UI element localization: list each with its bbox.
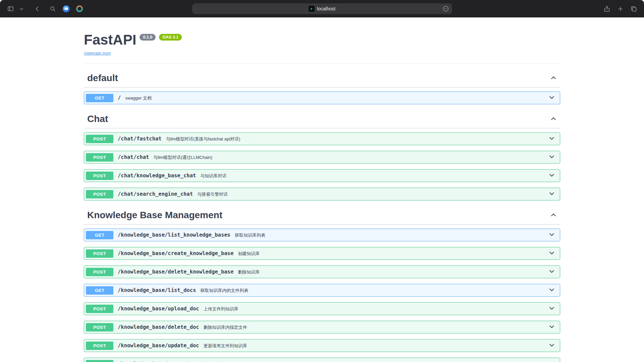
endpoint-path: /knowledge_base/delete_knowledge_base <box>118 269 233 275</box>
section-collapse-button[interactable] <box>550 212 557 219</box>
endpoint-summary: 根据content中文档重建向量库，流式输出处理进度。 <box>238 361 339 362</box>
chevron-down-icon <box>548 305 555 313</box>
endpoint-row[interactable]: POST /knowledge_base/update_doc 更新现有文件到知… <box>84 339 560 352</box>
expand-operation-button[interactable] <box>548 323 555 331</box>
search-button[interactable] <box>47 4 58 14</box>
endpoint-summary: 更新现有文件到知识库 <box>204 342 247 349</box>
expand-operation-button[interactable] <box>548 287 555 294</box>
endpoint-row[interactable]: POST /knowledge_base/create_knowledge_ba… <box>84 247 560 260</box>
method-badge: GET <box>86 286 113 295</box>
extension-button-ring[interactable] <box>74 4 85 14</box>
section-title: default <box>87 72 118 84</box>
endpoint-row[interactable]: GET / swagger 文档 <box>84 92 560 104</box>
tab-overview-button[interactable] <box>628 4 639 14</box>
endpoint-summary: 获取知识库列表 <box>235 232 265 238</box>
section-header[interactable]: Chat <box>84 110 560 128</box>
endpoint-path: /knowledge_base/delete_doc <box>118 324 199 330</box>
section-collapse-button[interactable] <box>550 115 557 123</box>
sidebar-toggle-button[interactable] <box>5 4 16 14</box>
ring-app-icon <box>76 5 83 12</box>
tab-overview-icon <box>630 5 637 12</box>
endpoint-summary: 与llm模型对话(通过LLMChain) <box>153 154 212 161</box>
expand-operation-button[interactable] <box>548 231 555 239</box>
swagger-page: FastAPI 0.1.0 OAS 3.1 /openapi.json defa… <box>0 17 644 362</box>
method-badge: GET <box>86 231 113 239</box>
section-title: Chat <box>87 113 108 125</box>
chevron-up-icon <box>550 74 557 82</box>
endpoint-row[interactable]: POST /knowledge_base/delete_knowledge_ba… <box>84 265 560 278</box>
endpoint-row[interactable]: POST /chat/fastchat 与llm模型对话(直接与fastchat… <box>84 132 560 145</box>
endpoint-summary: 创建知识库 <box>238 250 260 257</box>
chevron-down-icon <box>548 287 555 294</box>
endpoint-path: /chat/search_engine_chat <box>118 191 193 197</box>
chevron-left-icon <box>34 5 41 12</box>
endpoint-path: / <box>118 95 121 101</box>
address-bar[interactable]: localhost <box>192 3 452 14</box>
method-badge: POST <box>86 268 113 276</box>
method-badge: POST <box>86 249 113 258</box>
toolbar-right-group <box>452 4 640 14</box>
endpoint-summary: 与知识库对话 <box>200 172 226 179</box>
endpoint-summary: swagger 文档 <box>125 95 152 101</box>
expand-operation-button[interactable] <box>548 154 555 161</box>
chevron-down-icon <box>548 172 555 180</box>
api-section: default GET / swagger 文档 <box>84 69 560 104</box>
endpoint-row[interactable]: POST /chat/chat 与llm模型对话(通过LLMChain) <box>84 151 560 164</box>
expand-operation-button[interactable] <box>548 342 555 350</box>
blue-app-icon <box>63 5 70 12</box>
method-badge: POST <box>86 305 113 313</box>
endpoint-path: /chat/knowledge_base_chat <box>118 173 196 179</box>
share-button[interactable] <box>601 4 612 14</box>
endpoint-row[interactable]: GET /knowledge_base/list_docs 获取知识库内的文件列… <box>84 284 560 297</box>
expand-operation-button[interactable] <box>548 250 555 257</box>
method-badge: POST <box>86 190 113 198</box>
endpoint-row[interactable]: POST /knowledge_base/upload_doc 上传文件到知识库 <box>84 302 560 315</box>
chevron-down-icon <box>548 342 555 350</box>
method-badge: POST <box>86 153 113 162</box>
section-title: Knowledge Base Management <box>87 209 222 221</box>
endpoint-path: /knowledge_base/upload_doc <box>118 306 199 312</box>
expand-operation-button[interactable] <box>548 305 555 313</box>
section-header[interactable]: Knowledge Base Management <box>84 206 560 225</box>
expand-operation-button[interactable] <box>548 190 555 198</box>
endpoint-row[interactable]: POST /chat/search_engine_chat 与搜索引擎对话 <box>84 188 560 200</box>
endpoint-row[interactable]: POST /chat/knowledge_base_chat 与知识库对话 <box>84 169 560 182</box>
chevron-down-icon <box>548 231 555 239</box>
page-settings-button[interactable] <box>442 5 449 12</box>
chevron-down-icon <box>548 323 555 331</box>
api-sections: default GET / swagger 文档 Chat POST /chat… <box>84 69 560 362</box>
endpoint-summary: 与搜索引擎对话 <box>197 191 228 197</box>
method-badge: POST <box>86 360 113 362</box>
endpoint-summary: 上传文件到知识库 <box>204 305 238 312</box>
expand-operation-button[interactable] <box>548 268 555 276</box>
expand-operation-button[interactable] <box>548 135 555 143</box>
endpoint-row[interactable]: POST /knowledge_base/recreate_vector_sto… <box>84 358 560 362</box>
method-badge: POST <box>86 135 113 143</box>
section-collapse-button[interactable] <box>550 74 557 82</box>
endpoint-path: /knowledge_base/list_knowledge_bases <box>118 232 230 238</box>
extension-button-blue[interactable] <box>60 4 72 14</box>
endpoint-path: /knowledge_base/update_doc <box>118 343 199 349</box>
expand-operation-button[interactable] <box>548 94 555 102</box>
new-tab-button[interactable] <box>614 4 626 14</box>
openapi-spec-link[interactable]: /openapi.json <box>84 51 111 56</box>
plus-icon <box>617 5 624 12</box>
section-header[interactable]: default <box>84 69 560 87</box>
chevron-down-icon <box>548 94 555 102</box>
back-button[interactable] <box>32 4 43 14</box>
chevron-down-icon <box>548 190 555 198</box>
sidebar-toggle-icon <box>7 5 14 12</box>
expand-operation-button[interactable] <box>548 360 555 362</box>
tab-group-dropdown-button[interactable] <box>18 4 25 14</box>
method-badge: POST <box>86 342 113 350</box>
version-badge: 0.1.0 <box>140 34 156 41</box>
endpoint-row[interactable]: GET /knowledge_base/list_knowledge_bases… <box>84 229 560 241</box>
expand-operation-button[interactable] <box>548 172 555 180</box>
endpoint-row[interactable]: POST /knowledge_base/delete_doc 删除知识库内指定… <box>84 321 560 334</box>
browser-toolbar: localhost <box>0 0 644 17</box>
lightning-icon <box>310 7 313 11</box>
endpoint-summary: 删除知识库内指定文件 <box>204 324 247 330</box>
endpoint-path: /knowledge_base/list_docs <box>118 287 196 293</box>
chevron-down-icon <box>548 135 555 143</box>
endpoint-path: /knowledge_base/create_knowledge_base <box>118 250 233 256</box>
